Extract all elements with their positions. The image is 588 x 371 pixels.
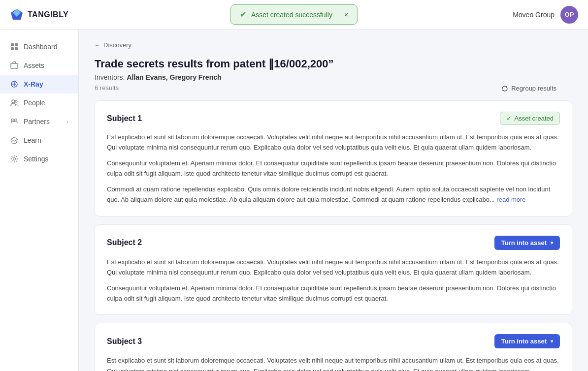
card-title-3: Subject 3 — [107, 337, 142, 346]
inventors-names: Allan Evans, Gregory French — [127, 73, 221, 81]
card-text-2-p1: Est explicabo et sunt sit laborum dolore… — [107, 257, 560, 278]
toast-container: ✔ Asset created successfully × — [230, 4, 358, 25]
xray-icon — [10, 80, 19, 89]
turn-into-asset-label-3: Turn into asset — [501, 338, 547, 345]
success-toast: ✔ Asset created successfully × — [230, 4, 358, 25]
svg-point-9 — [15, 100, 17, 102]
subject-card-3: Subject 3 Turn into asset ▾ Est explicab… — [95, 323, 572, 371]
sidebar-item-xray[interactable]: X-Ray — [0, 75, 78, 93]
breadcrumb[interactable]: ← Discovery — [95, 41, 572, 49]
card-text-1-p1: Est explicabo et sunt sit laborum dolore… — [107, 132, 560, 153]
sidebar: Dashboard Assets X-Ray — [0, 30, 79, 371]
svg-rect-4 — [11, 47, 14, 50]
card-text-1-p3: Commodi at quam ratione repellendus expl… — [107, 184, 560, 205]
sidebar-label-dashboard: Dashboard — [24, 43, 58, 51]
sidebar-item-learn[interactable]: Learn — [0, 131, 78, 150]
grid-icon — [10, 42, 19, 51]
card-title-2: Subject 2 — [107, 238, 142, 247]
chevron-down-icon-3: ▾ — [551, 339, 553, 344]
svg-rect-5 — [15, 47, 18, 50]
learn-icon — [10, 136, 19, 145]
sidebar-label-learn: Learn — [24, 136, 41, 144]
inventors-line: Inventors: Allan Evans, Gregory French — [95, 73, 572, 81]
sidebar-item-assets[interactable]: Assets — [0, 56, 78, 75]
subject-card-1: Subject 1 ✓ Asset created Est explicabo … — [95, 100, 572, 216]
card-header-2: Subject 2 Turn into asset ▾ — [107, 236, 560, 250]
inventors-label: Inventors: — [95, 73, 125, 81]
toast-close-button[interactable]: × — [344, 11, 348, 19]
sidebar-label-partners: Partners — [24, 118, 50, 125]
sidebar-item-settings[interactable]: Settings — [0, 150, 78, 168]
card-header-1: Subject 1 ✓ Asset created — [107, 112, 560, 125]
regroup-icon — [501, 85, 508, 92]
settings-icon — [10, 155, 19, 163]
topbar: TANGIBLY ✔ Asset created successfully × … — [0, 0, 588, 30]
asset-created-label: Asset created — [515, 115, 554, 122]
sidebar-item-people[interactable]: People — [0, 93, 78, 112]
regroup-label: Regroup results — [511, 85, 556, 92]
back-arrow-icon: ← — [95, 42, 100, 49]
avatar[interactable]: OP — [560, 6, 578, 24]
results-count: 6 results — [95, 84, 572, 92]
svg-point-12 — [13, 158, 16, 160]
card-title-1: Subject 1 — [107, 114, 142, 123]
partners-icon — [10, 117, 19, 126]
sidebar-label-assets: Assets — [24, 62, 44, 69]
svg-point-8 — [12, 100, 15, 103]
content-wrapper: Regroup results ← Discovery Trade secret… — [95, 41, 572, 371]
box-icon — [10, 61, 19, 70]
regroup-results-button[interactable]: Regroup results — [501, 85, 556, 92]
org-name: Moveo Group — [513, 11, 555, 19]
card-text-1-p2: Consequuntur voluptatem et. Aperiam mini… — [107, 158, 560, 179]
sidebar-label-people: People — [24, 99, 45, 107]
breadcrumb-text: Discovery — [103, 41, 131, 49]
svg-rect-2 — [11, 43, 14, 46]
toast-message: Asset created successfully — [251, 11, 332, 19]
turn-into-asset-button-3[interactable]: Turn into asset ▾ — [494, 334, 560, 348]
logo-text: TANGIBLY — [28, 10, 68, 19]
card-header-3: Subject 3 Turn into asset ▾ — [107, 334, 560, 348]
card-text-3-p1: Est explicabo et sunt sit laborum dolore… — [107, 355, 560, 371]
topbar-right: Moveo Group OP — [513, 6, 578, 24]
turn-into-asset-label-2: Turn into asset — [501, 239, 547, 247]
logo: TANGIBLY — [10, 8, 68, 22]
sidebar-label-xray: X-Ray — [24, 80, 43, 88]
asset-created-badge: ✓ Asset created — [500, 112, 560, 125]
content-area: Regroup results ← Discovery Trade secret… — [79, 30, 588, 371]
checkmark-icon: ✓ — [506, 115, 512, 122]
svg-rect-6 — [11, 63, 18, 68]
chevron-right-icon: › — [66, 119, 68, 124]
sidebar-item-dashboard[interactable]: Dashboard — [0, 37, 78, 56]
sidebar-label-settings: Settings — [24, 155, 49, 163]
turn-into-asset-button-2[interactable]: Turn into asset ▾ — [494, 236, 560, 250]
svg-rect-3 — [15, 43, 18, 46]
logo-icon — [10, 8, 24, 22]
people-icon — [10, 98, 19, 107]
check-icon: ✔ — [240, 10, 246, 19]
sidebar-item-partners[interactable]: Partners › — [0, 112, 78, 131]
main-layout: Dashboard Assets X-Ray — [0, 30, 588, 371]
read-more-link-1[interactable]: read more — [496, 196, 525, 203]
card-text-2-p2: Consequuntur voluptatem et. Aperiam mini… — [107, 283, 560, 304]
subject-card-2: Subject 2 Turn into asset ▾ Est explicab… — [95, 224, 572, 315]
page-title: Trade secrets results from patent ‖16/00… — [95, 58, 572, 70]
chevron-down-icon-2: ▾ — [551, 240, 553, 246]
